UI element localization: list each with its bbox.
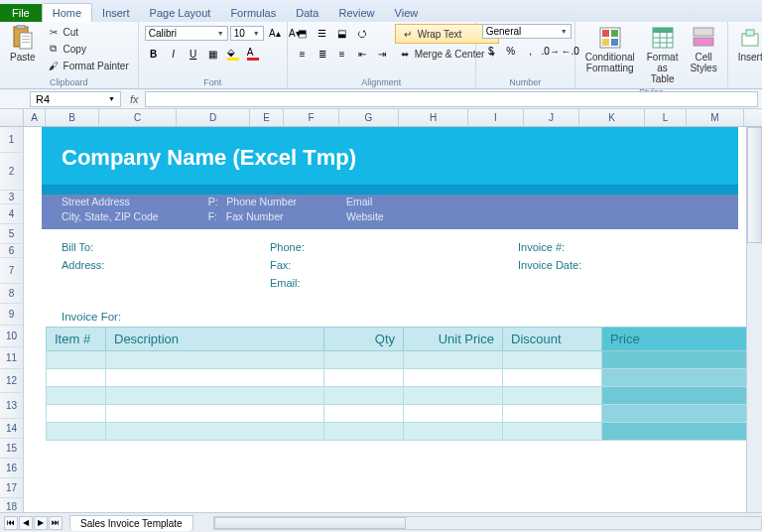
sheet-area[interactable]: Company Name (Excel Tmp) Street AddressC…: [24, 127, 746, 514]
sheet-last-icon[interactable]: ⏭: [49, 516, 63, 530]
tab-insert[interactable]: Insert: [92, 4, 140, 22]
row-header[interactable]: 5: [0, 224, 24, 244]
invoice-table: Item # Description Qty Unit Price Discou…: [46, 327, 750, 441]
table-row[interactable]: [47, 405, 750, 423]
tab-review[interactable]: Review: [328, 4, 384, 22]
paste-label: Paste: [10, 52, 36, 63]
align-top-icon[interactable]: ⬒: [294, 24, 312, 42]
group-number: General▼ $ % , .0→ ←.0 Number: [476, 22, 575, 88]
fill-color-button[interactable]: ⬙: [224, 45, 242, 63]
col-header[interactable]: I: [468, 109, 524, 126]
formula-input[interactable]: [145, 91, 758, 107]
tab-home[interactable]: Home: [42, 3, 92, 22]
group-alignment: ⬒ ☰ ⬓ ⭯ ≡ ≣ ≡ ⇤ ⇥ ↵Wrap Text ⬌Merge & Ce…: [288, 22, 476, 88]
group-font: Calibri▼ 10▼ A▴ A▾ B I U ▦ ⬙ A Font: [139, 22, 288, 88]
orientation-icon[interactable]: ⭯: [353, 24, 371, 42]
row-header[interactable]: 10: [0, 326, 24, 347]
col-header[interactable]: H: [399, 109, 468, 126]
row-header[interactable]: 15: [0, 439, 24, 459]
col-header[interactable]: M: [687, 109, 744, 126]
vertical-scrollbar[interactable]: [746, 127, 762, 514]
col-header[interactable]: D: [177, 109, 250, 126]
decrease-indent-icon[interactable]: ⇤: [353, 45, 371, 63]
cell-styles-button[interactable]: Cell Styles: [686, 24, 720, 75]
row-header[interactable]: 4: [0, 204, 24, 224]
align-left-icon[interactable]: ≡: [294, 45, 312, 63]
row-header[interactable]: 8: [0, 284, 24, 304]
align-right-icon[interactable]: ≡: [333, 45, 351, 63]
table-row[interactable]: [47, 423, 750, 441]
row-header[interactable]: 6: [0, 244, 24, 258]
font-size-dropdown[interactable]: 10▼: [230, 26, 264, 41]
align-bottom-icon[interactable]: ⬓: [333, 24, 351, 42]
number-format-dropdown[interactable]: General▼: [482, 24, 572, 39]
bold-button[interactable]: B: [145, 45, 163, 63]
underline-button[interactable]: U: [185, 45, 202, 63]
svg-rect-9: [602, 39, 609, 46]
col-header[interactable]: G: [339, 109, 399, 126]
col-header[interactable]: K: [579, 109, 645, 126]
border-button[interactable]: ▦: [204, 45, 222, 63]
col-header[interactable]: B: [46, 109, 99, 126]
font-color-icon: A: [247, 47, 259, 61]
font-color-button[interactable]: A: [244, 45, 262, 63]
row-header[interactable]: 16: [0, 459, 24, 478]
row-header[interactable]: 2: [0, 153, 24, 191]
col-header[interactable]: L: [645, 109, 687, 126]
invoice-info: Bill To:Phone:Invoice #: Address:Fax:Inv…: [42, 229, 738, 307]
col-header[interactable]: F: [284, 109, 339, 126]
sheet-first-icon[interactable]: ⏮: [4, 516, 18, 530]
comma-icon[interactable]: ,: [522, 42, 540, 60]
tab-view[interactable]: View: [385, 4, 429, 22]
bucket-icon: ⬙: [227, 47, 239, 61]
format-as-table-button[interactable]: Format as Table: [643, 24, 683, 86]
format-painter-button[interactable]: 🖌Format Painter: [44, 58, 132, 73]
row-header[interactable]: 3: [0, 191, 24, 204]
select-all-corner[interactable]: [0, 109, 24, 126]
font-name-dropdown[interactable]: Calibri▼: [145, 26, 228, 41]
increase-indent-icon[interactable]: ⇥: [373, 45, 391, 63]
copy-button[interactable]: ⧉Copy: [44, 41, 132, 57]
table-header-row: Item # Description Qty Unit Price Discou…: [47, 328, 750, 351]
italic-button[interactable]: I: [165, 45, 183, 63]
align-center-icon[interactable]: ≣: [314, 45, 331, 63]
table-row[interactable]: [47, 387, 750, 405]
paste-button[interactable]: Paste: [6, 24, 40, 65]
conditional-formatting-button[interactable]: Conditional Formatting: [581, 24, 639, 75]
col-header[interactable]: J: [524, 109, 579, 126]
invoice-for-label: Invoice For:: [42, 307, 738, 325]
table-row[interactable]: [47, 369, 750, 387]
sheet-prev-icon[interactable]: ◀: [19, 516, 33, 530]
align-middle-icon[interactable]: ☰: [314, 24, 331, 42]
increase-font-icon[interactable]: A▴: [266, 24, 284, 42]
insert-cells-button[interactable]: Insert: [734, 24, 762, 65]
col-header[interactable]: E: [250, 109, 284, 126]
name-box[interactable]: R4▼: [30, 91, 121, 107]
row-header[interactable]: 13: [0, 393, 24, 419]
address-bar: Street AddressCity, State, ZIP Code P: P…: [42, 191, 738, 229]
table-row[interactable]: [47, 351, 750, 369]
increase-decimal-icon[interactable]: .0→: [542, 42, 560, 60]
col-header[interactable]: C: [99, 109, 177, 126]
cut-button[interactable]: ✂Cut: [44, 24, 132, 40]
row-header[interactable]: 1: [0, 127, 24, 153]
svg-rect-5: [22, 42, 30, 43]
tab-formulas[interactable]: Formulas: [220, 4, 286, 22]
currency-icon[interactable]: $: [482, 42, 500, 60]
row-header[interactable]: 7: [0, 258, 24, 284]
tab-page-layout[interactable]: Page Layout: [140, 4, 221, 22]
sheet-tab[interactable]: Sales Invoice Template: [69, 515, 193, 531]
row-header[interactable]: 12: [0, 369, 24, 393]
tab-file[interactable]: File: [0, 4, 42, 22]
fx-icon[interactable]: fx: [124, 93, 145, 105]
row-header[interactable]: 11: [0, 347, 24, 369]
row-header[interactable]: 9: [0, 304, 24, 326]
sheet-tab-bar: ⏮ ◀ ▶ ⏭ Sales Invoice Template: [0, 512, 762, 532]
col-header[interactable]: A: [24, 109, 46, 126]
tab-data[interactable]: Data: [286, 4, 328, 22]
sheet-next-icon[interactable]: ▶: [34, 516, 48, 530]
row-header[interactable]: 17: [0, 478, 24, 498]
percent-icon[interactable]: %: [502, 42, 520, 60]
row-header[interactable]: 14: [0, 419, 24, 439]
horizontal-scrollbar[interactable]: [213, 516, 762, 530]
